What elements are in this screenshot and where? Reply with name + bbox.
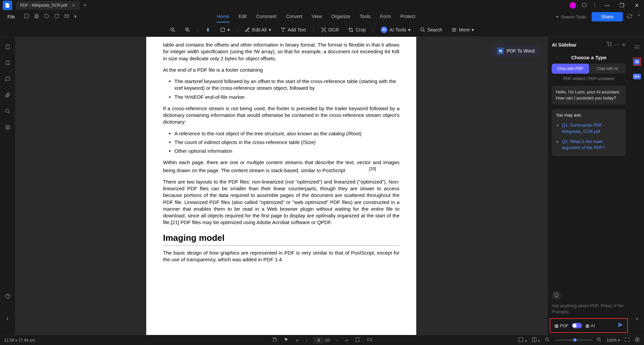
- svg-rect-16: [519, 338, 523, 342]
- tab-convert[interactable]: Convert: [286, 11, 302, 22]
- cart-icon[interactable]: [606, 42, 612, 48]
- tab-organize[interactable]: Organize: [331, 11, 351, 22]
- mode-toggle[interactable]: [572, 323, 582, 328]
- close-tab-icon[interactable]: ✕: [71, 3, 76, 8]
- new-tab-button[interactable]: +: [83, 2, 87, 9]
- pdf-to-word-button[interactable]: W PDF To Word: [491, 45, 541, 57]
- zoom-in-status-icon[interactable]: [596, 337, 602, 343]
- mail-icon[interactable]: [64, 13, 69, 20]
- highlight-button[interactable]: [203, 26, 213, 34]
- read-mode-icon[interactable]: ▾: [532, 337, 540, 343]
- bulb-icon[interactable]: [552, 291, 561, 300]
- ocr-button[interactable]: OCR: [319, 26, 341, 34]
- fullscreen-icon[interactable]: [625, 337, 630, 343]
- print-icon[interactable]: [34, 13, 39, 20]
- suggestion-q2[interactable]: ✦Q2. What is the main argument of the PD…: [556, 137, 622, 153]
- page-number-input[interactable]: [314, 337, 323, 343]
- list-item: The %%EOF end-of-file marker.: [169, 94, 399, 100]
- zoom-slider[interactable]: [555, 340, 592, 341]
- zoom-out-button[interactable]: [168, 26, 177, 34]
- suggestion-q1[interactable]: ✦Q1. Summarize PDF - Wikipedia_OCR.pdf: [556, 120, 622, 136]
- last-page-icon[interactable]: ⇥: [345, 338, 348, 343]
- maximize-button[interactable]: ❐: [617, 1, 627, 10]
- svg-rect-15: [368, 339, 372, 341]
- select-tool-icon[interactable]: [284, 337, 289, 343]
- shape-button[interactable]: ▾: [218, 26, 232, 34]
- settings-icon[interactable]: [633, 43, 641, 51]
- more-button[interactable]: More ▾: [449, 26, 476, 34]
- ai-rail-icon[interactable]: AI: [633, 58, 641, 66]
- tab-protect[interactable]: Protect: [400, 11, 415, 22]
- fit-width-icon[interactable]: [367, 337, 372, 343]
- sync-icon[interactable]: [627, 13, 632, 20]
- paragraph: If a cross-reference stream is not being…: [163, 105, 399, 126]
- tab-comment[interactable]: Comment: [256, 11, 277, 22]
- prev-page-icon[interactable]: ‹: [306, 338, 307, 343]
- undo-icon[interactable]: [44, 13, 49, 20]
- ai-input-placeholder[interactable]: Ask anything about PDF. Press '#' for Pr…: [552, 303, 626, 315]
- message-icon[interactable]: [582, 2, 587, 9]
- expand-left-rail-icon[interactable]: ›: [7, 316, 8, 322]
- svg-rect-7: [221, 28, 224, 31]
- hand-tool-icon[interactable]: [272, 337, 277, 343]
- close-window-button[interactable]: ✕: [632, 1, 641, 10]
- search-button[interactable]: Search: [418, 26, 444, 34]
- ai-sidebar: AI Sidebar ⋯ ✕ Choose a Type Chat with P…: [547, 37, 630, 335]
- tab-home[interactable]: Home: [217, 11, 229, 22]
- share-button[interactable]: Share: [592, 12, 623, 21]
- statusbar: 21.59 x 27.94 cm ⇤ ‹ /20 › ⇥ ▾ ▾ 100% ▾: [0, 335, 644, 345]
- svg-point-8: [421, 28, 424, 31]
- send-icon[interactable]: [618, 322, 623, 329]
- add-text-label: Add Text: [288, 27, 306, 32]
- edit-all-label: Edit All: [252, 27, 267, 32]
- zoom-out-status-icon[interactable]: [545, 337, 550, 343]
- document-viewport[interactable]: table and contains the offsets and other…: [15, 37, 547, 335]
- minimize-button[interactable]: —: [602, 1, 612, 10]
- more-options-icon[interactable]: ⋯: [614, 42, 619, 48]
- thumbnails-icon[interactable]: [4, 44, 11, 50]
- close-sidebar-icon[interactable]: ✕: [622, 42, 626, 48]
- search-rail-icon[interactable]: [4, 108, 11, 115]
- chat-with-pdf-tab[interactable]: Chat with PDF: [552, 64, 589, 74]
- paragraph: Within each page, there are one or multi…: [163, 159, 399, 174]
- comments-icon[interactable]: [4, 76, 11, 82]
- document-tab[interactable]: PDF - Wikipedia_OCR.pdf ✕: [16, 1, 80, 10]
- paragraph: table and contains the offsets and other…: [163, 42, 399, 62]
- search-tools[interactable]: ✦ Search Tools: [555, 14, 586, 19]
- save-icon[interactable]: [24, 13, 29, 20]
- first-page-icon[interactable]: ⇤: [296, 338, 299, 343]
- svg-rect-0: [582, 3, 586, 6]
- tab-form[interactable]: Form: [380, 11, 391, 22]
- view-mode-icon[interactable]: ▾: [518, 337, 527, 343]
- scroll-mode-icon[interactable]: [635, 337, 640, 343]
- crop-button[interactable]: Crop: [346, 26, 368, 34]
- ai-footer: ▦ PDF ▦ AI: [550, 318, 628, 333]
- ai-tools-button[interactable]: AIAI Tools ▾: [379, 25, 413, 34]
- translate-icon[interactable]: A✦: [633, 72, 641, 80]
- list-item: The count of indirect objects in the cro…: [169, 139, 399, 146]
- next-page-icon[interactable]: ›: [337, 338, 338, 343]
- tab-view[interactable]: View: [312, 11, 322, 22]
- attachments-icon[interactable]: [4, 92, 11, 98]
- tab-subtext: PDF-related / PDF-unrelated: [548, 74, 630, 86]
- layers-icon[interactable]: [4, 124, 11, 131]
- file-menu[interactable]: File: [3, 11, 20, 22]
- ai-tools-label: AI Tools: [389, 27, 406, 32]
- collapse-icon[interactable]: ⌃: [637, 13, 641, 20]
- page-dimensions: 21.59 x 27.94 cm: [4, 338, 518, 343]
- zoom-level[interactable]: 100% ▾: [606, 338, 620, 343]
- help-icon[interactable]: [4, 293, 11, 299]
- kebab-menu-icon[interactable]: ⋮: [592, 3, 597, 8]
- add-text-button[interactable]: Add Text: [278, 26, 308, 34]
- dropdown-icon[interactable]: ▾: [74, 13, 77, 20]
- user-avatar[interactable]: [570, 2, 576, 9]
- fit-page-icon[interactable]: [355, 337, 360, 343]
- collapse-right-rail-icon[interactable]: ›: [636, 316, 638, 322]
- tab-edit[interactable]: Edit: [239, 11, 247, 22]
- zoom-in-button[interactable]: [183, 26, 192, 34]
- chat-with-ai-tab[interactable]: Chat with AI: [589, 64, 626, 74]
- redo-icon[interactable]: [54, 13, 59, 20]
- edit-all-button[interactable]: Edit All ▾: [243, 26, 273, 34]
- bookmarks-icon[interactable]: [4, 60, 11, 66]
- tab-tools[interactable]: Tools: [360, 11, 371, 22]
